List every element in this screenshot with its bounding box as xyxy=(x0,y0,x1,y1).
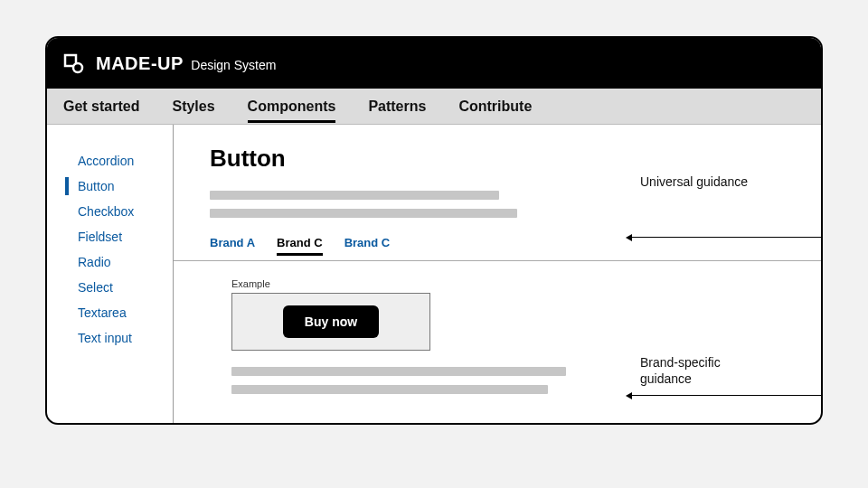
placeholder-text xyxy=(210,191,499,200)
page-title: Button xyxy=(210,145,821,173)
placeholder-text xyxy=(231,385,548,394)
sidebar-item-select[interactable]: Select xyxy=(69,275,173,300)
sidebar-item-radio[interactable]: Radio xyxy=(69,249,173,275)
sidebar-item-checkbox[interactable]: Checkbox xyxy=(69,199,173,224)
brand-tab-c2[interactable]: Brand C xyxy=(344,236,391,255)
nav-components[interactable]: Components xyxy=(248,91,336,122)
arrow-icon xyxy=(627,237,821,238)
sidebar-item-textarea[interactable]: Textarea xyxy=(69,300,173,325)
brand-tab-c[interactable]: Brand C xyxy=(277,236,323,255)
sidebar-item-fieldset[interactable]: Fieldset xyxy=(69,224,173,249)
brand-name: MADE-UP Design System xyxy=(96,53,276,74)
nav-styles[interactable]: Styles xyxy=(172,91,214,122)
divider xyxy=(174,260,821,261)
buy-now-button[interactable]: Buy now xyxy=(283,305,379,338)
nav-patterns[interactable]: Patterns xyxy=(368,91,426,122)
component-sidebar: Accordion Button Checkbox Fieldset Radio… xyxy=(47,125,174,423)
sidebar-item-text-input[interactable]: Text input xyxy=(69,325,173,351)
logo-icon xyxy=(63,52,85,74)
nav-contribute[interactable]: Contribute xyxy=(458,91,532,122)
primary-nav: Get started Styles Components Patterns C… xyxy=(47,89,821,125)
placeholder-text xyxy=(210,209,517,218)
sidebar-item-accordion[interactable]: Accordion xyxy=(69,148,173,174)
svg-point-1 xyxy=(73,63,82,72)
titlebar: MADE-UP Design System xyxy=(47,38,821,89)
brand-tabs: Brand A Brand C Brand C xyxy=(210,236,821,255)
annotation-universal: Universal guidance xyxy=(640,174,758,190)
placeholder-text xyxy=(231,367,566,376)
sidebar-item-button[interactable]: Button xyxy=(69,174,173,199)
nav-get-started[interactable]: Get started xyxy=(63,91,139,122)
example-label: Example xyxy=(231,278,821,289)
app-window: MADE-UP Design System Get started Styles… xyxy=(45,36,823,425)
brand-tab-a[interactable]: Brand A xyxy=(210,236,255,255)
example-preview: Buy now xyxy=(231,293,430,351)
arrow-icon xyxy=(627,395,821,396)
annotation-brand-specific: Brand-specific guidance xyxy=(640,354,758,387)
